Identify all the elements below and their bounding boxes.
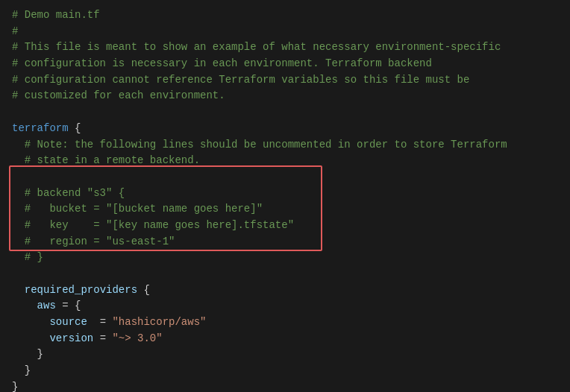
code-line-7	[12, 104, 558, 121]
code-line-12: # backend "s3" {	[12, 186, 558, 202]
code-editor: # Demo main.tf # # This file is meant to…	[0, 0, 570, 392]
code-line-11	[12, 169, 558, 186]
code-line-8: terraform {	[12, 121, 558, 137]
code-line-2: #	[12, 24, 558, 40]
code-line-5: # configuration cannot reference Terrafo…	[12, 72, 558, 89]
code-line-3: # This file is meant to show an example …	[12, 39, 558, 56]
code-line-24: }	[12, 379, 558, 392]
code-line-20: source = "hashicorp/aws"	[12, 314, 558, 331]
code-line-23: }	[12, 363, 558, 379]
code-line-9: # Note: the following lines should be un…	[12, 137, 558, 154]
code-line-1: # Demo main.tf	[12, 7, 558, 24]
code-line-17	[12, 266, 558, 282]
code-line-4: # configuration is necessary in each env…	[12, 56, 558, 72]
code-line-13: # bucket = "[bucket name goes here]"	[12, 201, 558, 218]
code-line-16: # }	[12, 250, 558, 266]
code-line-22: }	[12, 347, 558, 363]
code-line-10: # state in a remote backend.	[12, 153, 558, 169]
code-line-21: version = "~> 3.0"	[12, 331, 558, 347]
code-line-6: # customized for each environment.	[12, 88, 558, 104]
code-line-19: aws = {	[12, 298, 558, 314]
code-line-15: # region = "us-east-1"	[12, 234, 558, 250]
code-line-18: required_providers {	[12, 282, 558, 299]
code-line-14: # key = "[key name goes here].tfstate"	[12, 218, 558, 234]
